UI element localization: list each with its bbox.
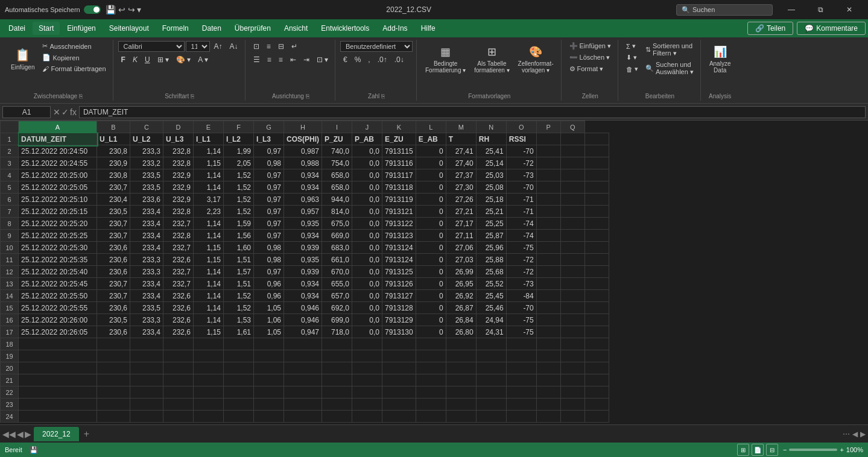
col-header-A[interactable]: A [19,121,97,133]
table-cell[interactable]: -74 [506,218,536,230]
table-cell[interactable]: I_L3 [254,133,284,145]
table-cell[interactable]: 740,0 [322,145,352,157]
table-cell[interactable]: 27,11 [446,230,476,242]
table-cell[interactable] [130,374,163,386]
table-cell[interactable]: 27,26 [446,194,476,206]
table-cell[interactable]: 232,8 [163,206,194,218]
table-cell[interactable] [416,350,446,362]
table-cell[interactable]: 1,15 [194,157,224,169]
table-cell[interactable] [560,350,584,362]
table-cell[interactable]: 0,98 [254,242,284,254]
table-cell[interactable]: 0,0 [352,194,382,206]
table-cell[interactable] [536,362,560,374]
table-cell[interactable]: 233,4 [130,218,163,230]
table-cell[interactable] [284,386,322,399]
table-cell[interactable] [254,362,284,374]
fill-color-button[interactable]: 🎨 ▾ [173,54,194,65]
table-cell[interactable] [19,411,97,423]
table-cell[interactable]: 230,7 [97,230,130,242]
table-cell[interactable]: RH [476,133,506,145]
find-select-button[interactable]: 🔍 Suchen undAuswählen ▾ [642,60,697,77]
table-cell[interactable]: 230,6 [97,266,130,278]
table-cell[interactable]: E_ZU [382,133,416,145]
table-cell[interactable]: 232,8 [163,145,194,157]
col-header-N[interactable]: N [476,121,506,133]
table-cell[interactable]: 0,957 [284,206,322,218]
table-cell[interactable]: 0 [416,326,446,338]
table-cell[interactable]: 1,14 [194,314,224,326]
table-cell[interactable]: 25.12.2022 20:25:35 [19,254,97,266]
table-cell[interactable]: 1,14 [194,302,224,314]
table-cell[interactable]: I_L1 [194,133,224,145]
col-header-C[interactable]: C [130,121,163,133]
clear-button[interactable]: 🗑 ▾ [623,64,641,74]
sheet-scroll-right[interactable]: ▶ [860,430,866,438]
table-cell[interactable] [536,254,560,266]
table-cell[interactable]: 1,14 [194,145,224,157]
table-cell[interactable]: 232,7 [163,242,194,254]
table-cell[interactable]: 1,53 [224,314,254,326]
table-cell[interactable] [352,374,382,386]
table-cell[interactable]: -70 [506,302,536,314]
table-cell[interactable]: 25.12.2022 20:25:45 [19,278,97,290]
zoom-out-icon[interactable]: − [783,446,787,453]
table-cell[interactable]: 27,37 [446,169,476,181]
indent-left-button[interactable]: ⇤ [287,54,299,65]
cell-reference-box[interactable] [2,106,51,118]
menu-hilfe[interactable]: Hilfe [415,22,442,35]
table-cell[interactable]: 0,0 [352,314,382,326]
table-cell[interactable]: 658,0 [322,181,352,194]
table-cell[interactable]: 230,7 [97,218,130,230]
sheet-container[interactable]: A B C D E F G H I J K L M N O P Q [0,121,868,424]
table-cell[interactable]: 0,0 [352,181,382,194]
table-cell[interactable]: 0,946 [284,302,322,314]
table-cell[interactable]: 1,15 [194,242,224,254]
add-sheet-button[interactable]: + [81,429,92,440]
table-cell[interactable]: 230,6 [97,326,130,338]
table-cell[interactable] [382,362,416,374]
table-cell[interactable]: 1,56 [224,230,254,242]
table-cell[interactable]: 1,06 [254,314,284,326]
table-cell[interactable]: 0,934 [284,290,322,302]
table-cell[interactable]: 27,21 [446,206,476,218]
table-cell[interactable] [506,350,536,362]
table-cell[interactable]: 0 [416,290,446,302]
table-cell[interactable] [584,157,609,169]
table-cell[interactable]: 230,8 [97,169,130,181]
table-cell[interactable]: 25.12.2022 20:25:50 [19,290,97,302]
table-cell[interactable] [560,218,584,230]
table-cell[interactable]: 699,0 [322,314,352,326]
table-cell[interactable] [536,374,560,386]
table-cell[interactable]: 0,939 [284,266,322,278]
insert-function-icon[interactable]: fx [70,107,77,117]
table-cell[interactable]: 1,52 [224,302,254,314]
table-cell[interactable] [322,350,352,362]
table-cell[interactable] [224,362,254,374]
table-cell[interactable]: 0,0 [352,290,382,302]
table-cell[interactable] [584,386,609,399]
border-button[interactable]: ⊞ ▾ [154,54,172,65]
comment-button[interactable]: 💬 Kommentare [797,22,866,35]
table-cell[interactable] [97,350,130,362]
table-cell[interactable]: 754,0 [322,157,352,169]
search-box[interactable]: 🔍 Suchen [676,4,773,16]
table-cell[interactable] [476,374,506,386]
sheet-nav-prev[interactable]: ◀ [17,429,24,439]
decimal-decrease-button[interactable]: .0↓ [391,54,407,65]
table-cell[interactable]: 25.12.2022 20:26:00 [19,314,97,326]
table-cell[interactable] [130,411,163,423]
table-cell[interactable]: RSSI [506,133,536,145]
table-cell[interactable]: 24,94 [476,314,506,326]
table-cell[interactable] [560,302,584,314]
table-cell[interactable]: -84 [506,290,536,302]
table-cell[interactable] [322,399,352,411]
table-cell[interactable] [130,338,163,350]
page-layout-view-icon[interactable]: 📄 [752,444,764,456]
table-cell[interactable]: 0,0 [352,242,382,254]
table-cell[interactable] [560,254,584,266]
cancel-formula-icon[interactable]: ✕ [53,107,60,117]
cut-button[interactable]: ✂ Ausschneiden [39,41,109,51]
table-cell[interactable]: 692,0 [322,302,352,314]
delete-cells-button[interactable]: ➖ Löschen ▾ [566,52,614,63]
menu-start[interactable]: Start [33,22,60,35]
